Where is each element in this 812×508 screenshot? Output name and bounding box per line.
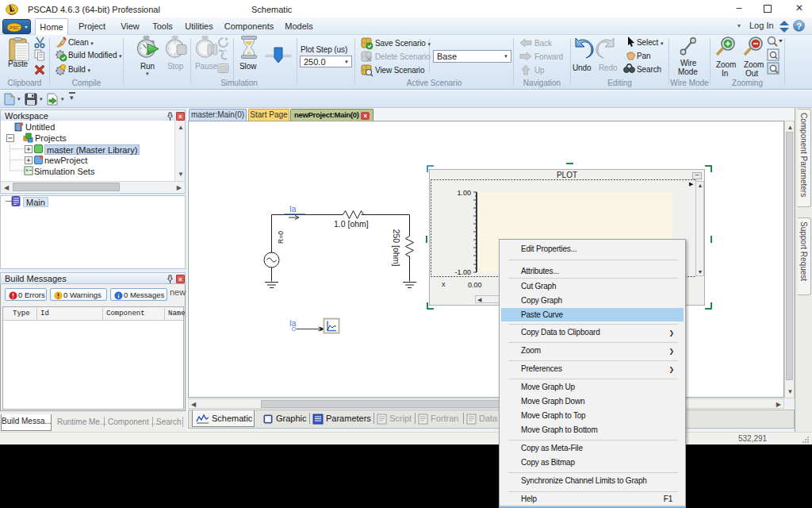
svg-text:1.0 [ohm]: 1.0 [ohm] bbox=[334, 219, 369, 229]
svg-text:250 [ohm]: 250 [ohm] bbox=[392, 229, 401, 267]
svg-text:PSC: PSC bbox=[10, 25, 20, 30]
svg-text:R=0: R=0 bbox=[277, 231, 285, 244]
svg-text:Ia: Ia bbox=[289, 205, 297, 214]
svg-text:Ia: Ia bbox=[289, 319, 297, 328]
